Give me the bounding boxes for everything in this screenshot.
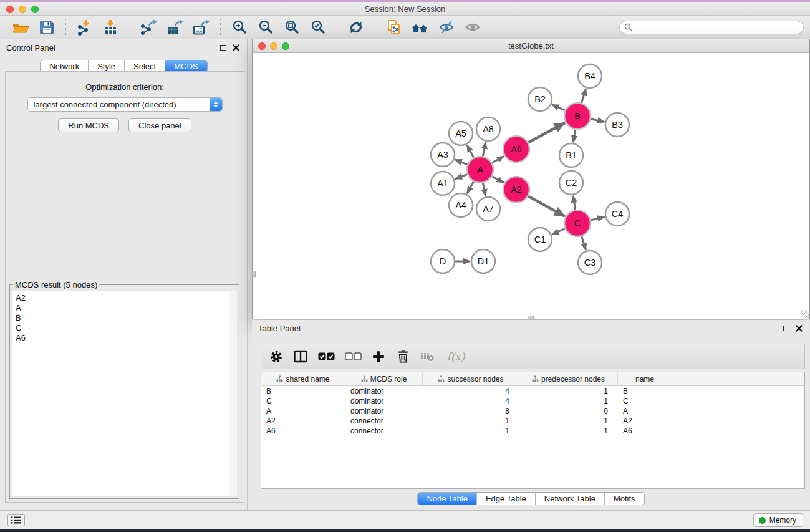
graph-edge-A-A1[interactable]: [455, 175, 468, 179]
zoom-selected-button[interactable]: [305, 17, 331, 37]
graph-edge-A-A4[interactable]: [467, 181, 473, 193]
delete-table-button[interactable]: [418, 348, 436, 365]
graph-edge-C-C4[interactable]: [591, 217, 604, 220]
graph-edge-A-A3[interactable]: [455, 160, 467, 165]
apply-function-button[interactable]: f(x): [443, 348, 469, 365]
table-settings-button[interactable]: [268, 348, 285, 365]
control-panel-header[interactable]: Control Panel: [0, 39, 247, 56]
tab-node-table[interactable]: Node Table: [418, 493, 476, 505]
cell-successor-nodes[interactable]: 1: [423, 427, 519, 435]
run-mcds-button[interactable]: Run MCDS: [58, 118, 119, 132]
graph-edge-A-A7[interactable]: [483, 183, 485, 196]
cell-mcds-role[interactable]: dominator: [345, 397, 423, 405]
cell-mcds-role[interactable]: dominator: [345, 387, 423, 395]
tab-motifs[interactable]: Motifs: [604, 493, 644, 505]
table-row[interactable]: Cdominator41C: [261, 396, 804, 406]
show-panels-button[interactable]: [7, 514, 25, 526]
graph-edge-A6-B[interactable]: [528, 123, 564, 143]
network-window-titlebar[interactable]: testGlobe.txt: [253, 39, 809, 53]
graph-edge-C-C1[interactable]: [552, 229, 565, 235]
cell-name[interactable]: A6: [618, 427, 672, 435]
minimize-network-window-button[interactable]: [270, 42, 277, 50]
clone-network-button[interactable]: [381, 17, 407, 37]
cell-shared-name[interactable]: A: [261, 407, 345, 415]
column-header-mcds-role[interactable]: MCDS role: [345, 372, 423, 385]
cell-mcds-role[interactable]: dominator: [345, 407, 423, 415]
save-session-button[interactable]: [34, 17, 60, 37]
graph-edge-C-C2[interactable]: [573, 196, 575, 210]
close-window-button[interactable]: [6, 6, 14, 13]
cell-shared-name[interactable]: A2: [261, 417, 345, 425]
zoom-window-button[interactable]: [31, 6, 39, 13]
graph-edge-A-A5[interactable]: [467, 145, 474, 158]
import-network-button[interactable]: [72, 17, 98, 37]
column-header-successor-nodes[interactable]: successor nodes: [423, 372, 519, 385]
zoom-in-button[interactable]: [226, 17, 253, 37]
open-file-button[interactable]: [7, 17, 34, 37]
cell-shared-name[interactable]: C: [261, 397, 345, 405]
cell-name[interactable]: A2: [618, 417, 672, 425]
criterion-dropdown[interactable]: largest connected component (directed): [27, 97, 223, 112]
close-table-panel-icon[interactable]: [796, 325, 803, 332]
split-view-button[interactable]: [292, 348, 309, 365]
mcds-result-item[interactable]: B: [16, 313, 237, 323]
bottom-edge-handle[interactable]: [528, 316, 534, 319]
tab-edge-table[interactable]: Edge Table: [476, 493, 535, 505]
cell-mcds-role[interactable]: connector: [345, 417, 423, 425]
cell-name[interactable]: B: [618, 387, 672, 395]
table-row[interactable]: Bdominator41B: [261, 386, 804, 396]
tab-network-table[interactable]: Network Table: [535, 493, 604, 505]
cell-name[interactable]: A: [618, 407, 672, 415]
minimize-window-button[interactable]: [19, 6, 26, 13]
cell-successor-nodes[interactable]: 4: [423, 387, 519, 395]
cell-predecessor-nodes[interactable]: 1: [519, 397, 618, 405]
table-panel-header[interactable]: Table Panel: [252, 320, 810, 336]
column-header-predecessor-nodes[interactable]: predecessor nodes: [519, 372, 618, 385]
cell-predecessor-nodes[interactable]: 1: [519, 427, 618, 435]
close-network-window-button[interactable]: [258, 42, 266, 50]
zoom-network-window-button[interactable]: [282, 42, 289, 50]
network-canvas[interactable]: B4B2BB3A5A8A6A3B1AA1C2A2A4A7CC4C1C3DD1: [253, 54, 809, 319]
mcds-result-item[interactable]: A2: [16, 293, 237, 303]
cell-predecessor-nodes[interactable]: 1: [519, 417, 618, 425]
title-bar[interactable]: Session: New Session: [0, 2, 810, 16]
hide-selected-button[interactable]: [433, 17, 460, 37]
left-edge-handle[interactable]: [252, 271, 256, 277]
close-panel-button[interactable]: Close panel: [128, 118, 191, 132]
graph-edge-A-A2[interactable]: [492, 177, 504, 183]
import-table-button[interactable]: [98, 17, 124, 37]
select-all-checkboxes-button[interactable]: [316, 348, 336, 365]
zoom-fit-button[interactable]: [279, 17, 305, 37]
cell-successor-nodes[interactable]: 1: [423, 417, 519, 425]
float-table-panel-icon[interactable]: [783, 326, 789, 331]
close-panel-icon[interactable]: [233, 44, 239, 51]
cell-mcds-role[interactable]: connector: [345, 427, 423, 435]
graph-edge-A2-C[interactable]: [528, 196, 565, 216]
mcds-result-item[interactable]: C: [16, 323, 237, 333]
graph-edge-B-B4[interactable]: [582, 89, 586, 103]
resize-grip[interactable]: [801, 310, 809, 318]
mcds-result-item[interactable]: A6: [16, 333, 237, 343]
zoom-out-button[interactable]: [253, 17, 279, 37]
column-header-shared-name[interactable]: shared name: [261, 372, 345, 385]
float-panel-icon[interactable]: [220, 45, 226, 51]
graph-edge-B-B1[interactable]: [573, 130, 575, 143]
graph-edge-B-B2[interactable]: [552, 105, 565, 110]
cell-shared-name[interactable]: B: [261, 387, 345, 395]
cell-shared-name[interactable]: A6: [261, 427, 345, 435]
export-network-button[interactable]: [136, 17, 162, 37]
cell-predecessor-nodes[interactable]: 1: [519, 387, 618, 395]
graph-edge-A-A8[interactable]: [483, 142, 486, 157]
search-input[interactable]: [633, 22, 803, 33]
scrollbar-track[interactable]: [229, 291, 237, 496]
cell-predecessor-nodes[interactable]: 0: [519, 407, 618, 415]
graph-edge-B-B3[interactable]: [591, 119, 604, 122]
deselect-all-checkboxes-button[interactable]: [343, 348, 363, 365]
delete-column-button[interactable]: [394, 348, 412, 365]
export-table-button[interactable]: [162, 17, 188, 37]
export-image-button[interactable]: [188, 17, 215, 37]
cell-name[interactable]: C: [618, 397, 672, 405]
cell-successor-nodes[interactable]: 8: [423, 407, 519, 415]
table-row[interactable]: Adominator80A: [261, 406, 804, 416]
first-neighbors-button[interactable]: [407, 17, 433, 37]
